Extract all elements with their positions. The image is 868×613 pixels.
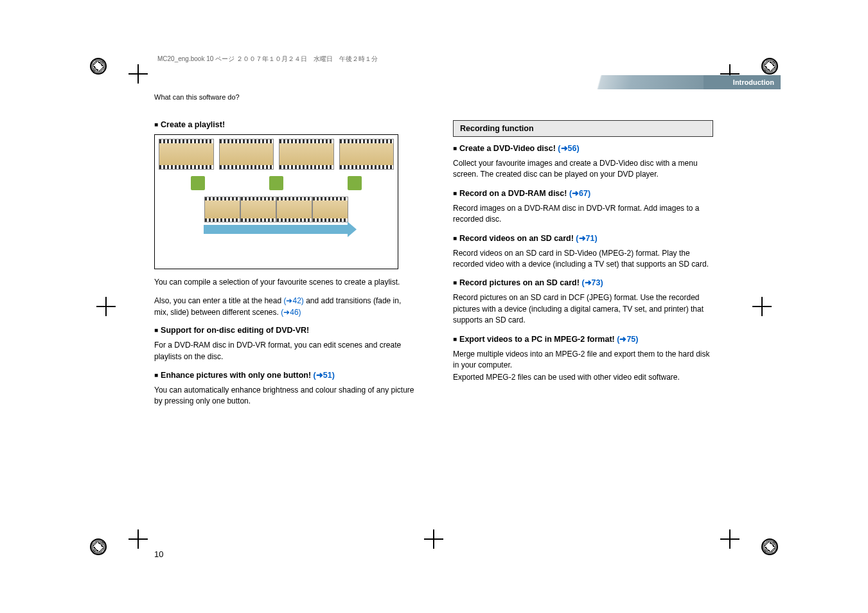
body-text: Record images on a DVD-RAM disc in DVD-V… xyxy=(453,203,713,226)
heading-text: Create a playlist! xyxy=(161,120,225,129)
heading-text: Support for on-disc editing of DVD-VR! xyxy=(161,326,309,335)
heading-text: Export videos to a PC in MPEG-2 format! xyxy=(459,335,617,344)
page-ref-link[interactable]: (➜71) xyxy=(576,234,597,243)
heading-text: Enhance pictures with only one button! xyxy=(161,371,314,380)
film-clip xyxy=(276,197,312,222)
body-text: Also, you can enter a title at the head … xyxy=(154,296,414,318)
page-number: 10 xyxy=(154,549,163,559)
page-content: MC20_eng.book 10 ページ ２００７年１０月２４日 水曜日 午後２… xyxy=(87,55,781,556)
transition-icon xyxy=(269,176,283,190)
heading-dvd-vr-editing: ■Support for on-disc editing of DVD-VR! xyxy=(154,326,414,335)
page-ref-link[interactable]: (➜46) xyxy=(281,308,301,317)
page-ref-link[interactable]: (➜42) xyxy=(283,296,303,305)
section-heading-recording: Recording function xyxy=(453,120,713,137)
page-ref-link[interactable]: (➜56) xyxy=(558,144,579,153)
chapter-label: Introduction xyxy=(704,75,781,89)
page-ref-link[interactable]: (➜75) xyxy=(617,335,638,344)
page-ref-link[interactable]: (➜51) xyxy=(314,371,335,380)
heading-record-dvd-ram: ■Record on a DVD-RAM disc! (➜67) xyxy=(453,188,713,198)
transition-icon xyxy=(191,176,205,190)
body-text: Merge multiple videos into an MPEG-2 fil… xyxy=(453,349,713,371)
page-ref-link[interactable]: (➜73) xyxy=(581,278,603,287)
film-clip xyxy=(279,139,334,170)
body-text: Record videos on an SD card in SD-Video … xyxy=(453,248,713,271)
film-clip xyxy=(240,197,276,222)
heading-text: Record on a DVD-RAM disc! xyxy=(459,189,569,198)
heading-text: Create a DVD-Video disc! xyxy=(459,144,558,153)
banner-decor xyxy=(543,75,704,89)
body-text: Record pictures on an SD card in DCF (JP… xyxy=(453,292,713,326)
transition-icon xyxy=(348,176,362,190)
film-clip xyxy=(219,139,274,170)
right-column: Recording function ■Create a DVD-Video d… xyxy=(453,120,713,415)
heading-text: Record pictures on an SD card! xyxy=(459,278,581,287)
body-text: For a DVD-RAM disc in DVD-VR format, you… xyxy=(154,340,414,362)
timeline-arrow-icon xyxy=(204,225,349,234)
left-column: ■Create a playlist! xyxy=(154,120,414,415)
film-clip xyxy=(204,197,240,222)
body-text: You can compile a selection of your favo… xyxy=(154,277,414,288)
film-clip xyxy=(159,139,214,170)
film-clip xyxy=(312,197,348,222)
body-text: Collect your favourite images and create… xyxy=(453,158,713,181)
body-text: Exported MPEG-2 files can be used with o… xyxy=(453,372,713,383)
section-breadcrumb: What can this software do? xyxy=(154,93,781,101)
playlist-illustration xyxy=(154,134,398,269)
heading-enhance-pictures: ■Enhance pictures with only one button! … xyxy=(154,370,414,380)
heading-create-dvd-video: ■Create a DVD-Video disc! (➜56) xyxy=(453,143,713,153)
heading-text: Record videos on an SD card! xyxy=(459,234,576,243)
page-ref-link[interactable]: (➜67) xyxy=(569,189,590,198)
body-text: You can automatically enhance brightness… xyxy=(154,385,414,407)
heading-record-video-sd: ■Record videos on an SD card! (➜71) xyxy=(453,233,713,243)
heading-create-playlist: ■Create a playlist! xyxy=(154,120,414,129)
chapter-banner: Introduction xyxy=(87,75,781,89)
source-file-header: MC20_eng.book 10 ページ ２００７年１０月２４日 水曜日 午後２… xyxy=(157,55,781,64)
heading-export-mpeg2: ■Export videos to a PC in MPEG-2 format!… xyxy=(453,334,713,344)
heading-record-picture-sd: ■Record pictures on an SD card! (➜73) xyxy=(453,278,713,287)
film-clip xyxy=(339,139,394,170)
